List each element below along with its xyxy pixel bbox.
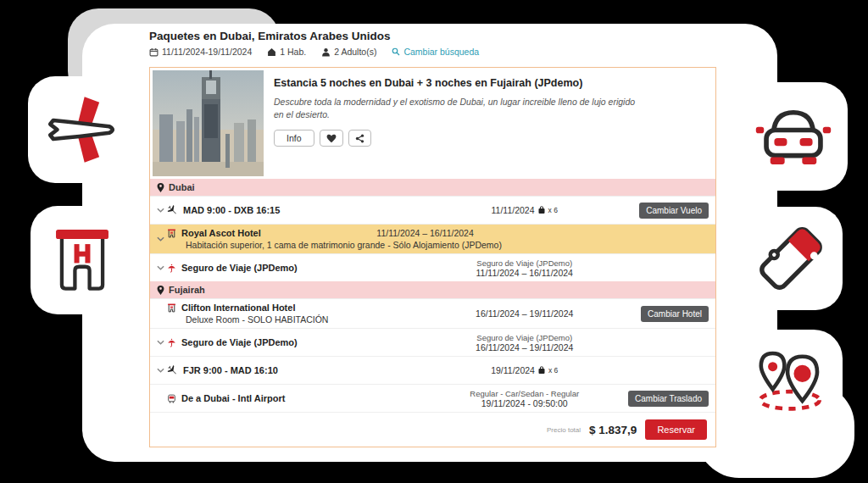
hotel-title: Royal Ascot Hotel xyxy=(181,228,261,238)
rooms-item: 1 Hab. xyxy=(267,47,306,57)
itinerary-row-flight-out[interactable]: MAD 9:00 - DXB 16:15 11/11/2024 x 6 Camb… xyxy=(150,196,715,224)
insurance-title: Seguro de Viaje (JPDemo) xyxy=(181,337,298,347)
flight-date-text: 19/11/2024 xyxy=(491,365,535,375)
itinerary-row-insurance-1[interactable]: Seguro de Viaje (JPDemo) Seguro de Viaje… xyxy=(150,253,715,281)
chevron-down-icon[interactable] xyxy=(157,340,167,345)
map-pins-icon xyxy=(748,344,829,422)
package-title: Estancia 5 noches en Dubai + 3 noches en… xyxy=(274,77,703,89)
change-flight-button[interactable]: Cambiar Vuelo xyxy=(639,203,709,219)
airplane-icon xyxy=(42,91,120,169)
itinerary-row-transfer[interactable]: De a Dubai - Intl Airport Regular - Car/… xyxy=(150,384,715,412)
calendar-icon xyxy=(149,47,159,57)
adults-text: 2 Adulto(s) xyxy=(334,47,376,57)
luggage-icon xyxy=(537,206,546,214)
package-actions: Info xyxy=(274,130,703,147)
share-icon xyxy=(355,134,364,143)
flight-title: MAD 9:00 - DXB 16:15 xyxy=(183,205,280,215)
package-description: Descubre toda la modernidad y el exotism… xyxy=(274,96,638,121)
itinerary-row-insurance-2[interactable]: Seguro de Viaje (JPDemo) Seguro de Viaje… xyxy=(150,328,715,356)
bags-count: x 6 xyxy=(548,206,558,214)
main-content: Paquetes en Dubai, Emiratos Arabes Unido… xyxy=(149,30,716,447)
insurance-name: Seguro de Viaje (JPDemo) xyxy=(420,258,628,268)
change-transfer-button[interactable]: Cambiar Traslado xyxy=(628,391,709,407)
itinerary-row-flight-return[interactable]: FJR 9:00 - MAD 16:10 19/11/2024 x 6 xyxy=(150,356,715,384)
hotel-room-info: Habitación superior, 1 cama de matrimoni… xyxy=(186,240,709,250)
chevron-down-icon[interactable] xyxy=(157,265,167,270)
ticket-icon xyxy=(753,220,829,297)
hotel-dates: 11/11/2024 – 16/11/2024 xyxy=(266,228,585,238)
chevron-down-icon[interactable] xyxy=(157,368,167,373)
transfer-datetime: 19/11/2024 - 09:50:00 xyxy=(420,398,628,408)
section-header-fujairah: Fujairah xyxy=(150,281,715,298)
person-icon xyxy=(321,47,331,57)
plane-icon xyxy=(167,205,178,216)
room-icon xyxy=(267,47,276,57)
location-pin-icon xyxy=(157,286,164,295)
transfer-type: Regular - Car/Sedan - Regular xyxy=(420,389,628,398)
date-range-item: 11/11/2024-19/11/2024 xyxy=(149,47,252,57)
location-pin-icon xyxy=(157,183,164,192)
hotel-title: Clifton International Hotel xyxy=(181,303,295,313)
favorite-button[interactable] xyxy=(320,130,343,147)
flight-date: 19/11/2024 x 6 xyxy=(420,365,628,375)
price-footer: Precio total $ 1.837,9 Reservar xyxy=(150,412,715,447)
plane-icon xyxy=(167,365,178,376)
price-label: Precio total xyxy=(547,426,581,434)
transfer-title: De a Dubai - Intl Airport xyxy=(181,393,285,403)
section-name: Dubai xyxy=(169,182,195,192)
heart-icon xyxy=(326,134,337,143)
itinerary-row-hotel-fujairah[interactable]: Clifton International Hotel Deluxe Room … xyxy=(150,298,715,328)
hotel-room-info: Deluxe Room - SOLO HABITACIÓN xyxy=(186,314,420,325)
reserve-button[interactable]: Reservar xyxy=(645,419,707,440)
luggage-icon xyxy=(537,366,546,375)
package-photo xyxy=(153,70,264,176)
change-search-text: Cambiar búsqueda xyxy=(403,47,479,57)
main-window: Paquetes en Dubai, Emiratos Arabes Unido… xyxy=(82,24,777,462)
date-range-text: 11/11/2024-19/11/2024 xyxy=(162,47,252,57)
chevron-down-icon[interactable] xyxy=(157,208,167,213)
section-name: Fujairah xyxy=(169,285,205,295)
insurance-name: Seguro de Viaje (JPDemo) xyxy=(420,333,628,342)
hotel-icon xyxy=(167,303,176,313)
insurance-dates: 16/11/2024 – 19/11/2024 xyxy=(420,342,628,353)
hotel-icon xyxy=(167,229,176,238)
change-hotel-button[interactable]: Cambiar Hotel xyxy=(641,306,709,322)
ticket-card xyxy=(739,207,843,310)
itinerary-row-hotel-dubai[interactable]: Royal Ascot Hotel 11/11/2024 – 16/11/202… xyxy=(150,224,715,253)
hotel-card xyxy=(31,206,134,314)
search-icon xyxy=(392,47,400,56)
car-icon xyxy=(754,97,833,176)
page-title: Paquetes en Dubai, Emiratos Arabes Unido… xyxy=(149,30,716,42)
transfer-bus-icon xyxy=(167,394,176,403)
adults-item: 2 Adulto(s) xyxy=(321,47,376,57)
chevron-down-icon[interactable] xyxy=(157,236,167,242)
search-summary-bar: 11/11/2024-19/11/2024 1 Hab. 2 Adulto(s)… xyxy=(149,47,716,57)
map-pins-card xyxy=(734,330,843,436)
share-button[interactable] xyxy=(348,130,371,147)
info-button[interactable]: Info xyxy=(274,130,314,147)
umbrella-icon xyxy=(167,264,176,273)
package-summary: Estancia 5 noches en Dubai + 3 noches en… xyxy=(150,68,715,179)
insurance-title: Seguro de Viaje (JPDemo) xyxy=(181,263,298,273)
flight-date-text: 11/11/2024 xyxy=(492,205,535,215)
plane-card xyxy=(28,76,135,183)
package-info: Estancia 5 noches en Dubai + 3 noches en… xyxy=(264,70,713,176)
insurance-dates: 11/11/2024 – 16/11/2024 xyxy=(420,268,628,278)
rooms-text: 1 Hab. xyxy=(280,47,306,57)
total-price: $ 1.837,9 xyxy=(589,424,637,436)
umbrella-icon xyxy=(167,338,176,347)
hotel-building-icon xyxy=(46,222,119,298)
flight-title: FJR 9:00 - MAD 16:10 xyxy=(183,365,278,375)
flight-date: 11/11/2024 x 6 xyxy=(420,205,628,215)
section-header-dubai: Dubai xyxy=(150,179,715,196)
hotel-dates: 16/11/2024 – 19/11/2024 xyxy=(420,308,628,319)
car-card xyxy=(739,82,848,191)
package-card: Estancia 5 noches en Dubai + 3 noches en… xyxy=(149,67,716,447)
bags-count: x 6 xyxy=(548,366,558,375)
change-search-link[interactable]: Cambiar búsqueda xyxy=(392,47,479,57)
